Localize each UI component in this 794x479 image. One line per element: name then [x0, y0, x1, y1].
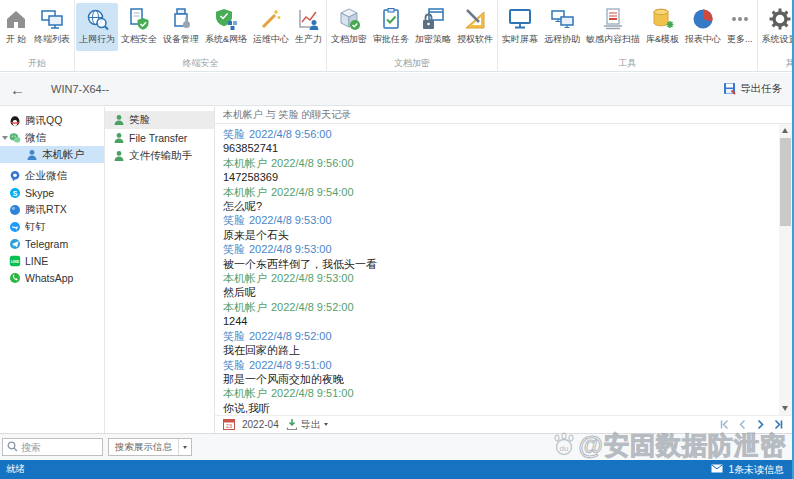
ribbon-button-label: 上网行为 [79, 33, 115, 46]
chat-message: 本机帐户2022/4/8 9:54:00 怎么呢? [223, 185, 772, 214]
ribbon-button-report-center[interactable]: 报表中心 [682, 3, 724, 51]
contact-person-icon [113, 150, 125, 162]
ribbon-button-productivity[interactable]: 生产力 [292, 3, 325, 51]
ribbon-group-terminal-security: 上网行为 文档安全 设备管理 系统&网络 [75, 0, 327, 71]
ribbon-button-label: 文档加密 [331, 33, 367, 46]
ribbon-button-realtime-screen[interactable]: 实时屏幕 [499, 3, 541, 51]
sidebar-item-qq[interactable]: 腾讯QQ [0, 112, 104, 129]
ribbon-button-device-management[interactable]: 设备管理 [160, 3, 202, 51]
line-icon: LINE [9, 255, 21, 267]
scroll-down-icon[interactable] [782, 406, 788, 411]
ribbon-button-doc-security[interactable]: 文档安全 [118, 3, 160, 51]
contact-item-file-assistant[interactable]: 文件传输助手 [105, 147, 214, 165]
sidebar-item-wechat[interactable]: 微信 [0, 129, 104, 146]
message-time: 2022/4/8 9:53:00 [271, 272, 354, 284]
ribbon-button-web-activity[interactable]: 上网行为 [76, 3, 118, 51]
home-icon [4, 5, 28, 32]
sidebar-item-whatsapp[interactable]: WhatsApp [0, 269, 104, 286]
svg-text:23: 23 [226, 423, 232, 429]
ribbon-button-terminal-list[interactable]: 终端列表 [31, 3, 73, 51]
message-sender: 本机帐户 [223, 272, 267, 284]
scrollbar-thumb[interactable] [780, 138, 791, 226]
ribbon-button-start[interactable]: 开 始 [1, 3, 31, 51]
dingtalk-icon [9, 221, 21, 233]
message-text: 1244 [223, 314, 772, 328]
svg-text:S: S [13, 189, 18, 196]
ribbon-button-label: 更多... [727, 33, 753, 46]
ribbon-button-ops-center[interactable]: 运维中心 [250, 3, 292, 51]
contact-item-smiley[interactable]: 笑脸 [105, 111, 214, 129]
ops-center-icon [259, 5, 283, 32]
last-page-icon[interactable] [773, 419, 784, 430]
message-text: 我在回家的路上 [223, 343, 772, 357]
unread-messages-text: 1条未读信息 [728, 463, 784, 477]
ribbon-button-authorized-software[interactable]: 授权软件 [454, 3, 496, 51]
sidebar-item-wecom[interactable]: 企业微信 [0, 167, 104, 184]
sidebar-item-skype[interactable]: S Skype [0, 184, 104, 201]
calendar-icon[interactable]: 23 [223, 416, 235, 434]
ribbon-button-label: 终端列表 [34, 33, 70, 46]
sidebar-item-telegram[interactable]: Telegram [0, 235, 104, 252]
sidebar-item-label: 企业微信 [25, 169, 67, 183]
scroll-up-icon[interactable] [782, 128, 788, 133]
ribbon-button-doc-encrypt[interactable]: 文档加密 [328, 3, 370, 51]
chat-messages: 笑脸2022/4/8 9:56:00 963852741 本机帐户2022/4/… [215, 124, 794, 415]
chat-footer-bar: 23 2022-04 导出 [215, 415, 794, 433]
ribbon-group-start: 开 始 终端列表 开始 [0, 0, 75, 71]
message-text: 那是一个风雨交加的夜晚 [223, 372, 772, 386]
sidebar-item-local-account[interactable]: 本机帐户 [0, 146, 104, 163]
ribbon-button-library-template[interactable]: 库&模板 [643, 3, 682, 51]
sidebar-item-label: 本机帐户 [42, 148, 84, 162]
chat-message: 笑脸2022/4/8 9:52:00 我在回家的路上 [223, 329, 772, 358]
prev-page-icon[interactable] [737, 419, 748, 430]
message-text: 147258369 [223, 170, 772, 184]
chat-message: 本机帐户2022/4/8 9:56:00 147258369 [223, 156, 772, 185]
chat-log-title: 本机帐户 与 笑脸 的聊天记录 [215, 107, 794, 124]
sidebar-item-label: 腾讯RTX [25, 203, 67, 217]
ribbon-button-content-scan[interactable]: 敏感内容扫描 [583, 3, 643, 51]
settings-gear-icon [768, 5, 792, 32]
sidebar-item-rtx[interactable]: 腾讯RTX [0, 201, 104, 218]
dropdown-arrow-button[interactable] [178, 439, 191, 455]
search-box[interactable] [2, 438, 103, 456]
ribbon-button-system-network[interactable]: 系统&网络 [202, 3, 250, 51]
report-center-icon [691, 5, 715, 32]
envelope-icon [711, 464, 723, 475]
message-sender: 笑脸 [223, 359, 245, 371]
unread-messages-indicator[interactable]: 1条未读信息 [711, 463, 784, 477]
message-sender: 本机帐户 [223, 186, 267, 198]
search-filter-dropdown[interactable]: 搜索展示信息 [108, 438, 192, 456]
search-filter-label: 搜索展示信息 [109, 441, 178, 454]
search-input[interactable] [21, 442, 98, 453]
ribbon-button-more[interactable]: 更多... [724, 3, 756, 51]
ribbon-button-remote-assist[interactable]: 远程协助 [541, 3, 583, 51]
ribbon-button-label: 审批任务 [373, 33, 409, 46]
export-tasks-icon [723, 82, 736, 97]
message-sender: 本机帐户 [223, 157, 267, 169]
ribbon-button-encrypt-policy[interactable]: 加密策略 [412, 3, 454, 51]
ribbon-button-settings[interactable]: 系统设置 [759, 3, 794, 51]
sidebar-item-line[interactable]: LINE LINE [0, 252, 104, 269]
export-tasks-button[interactable]: 导出任务 [723, 82, 782, 97]
contact-person-icon [113, 132, 125, 144]
message-sender: 笑脸 [223, 128, 245, 140]
ribbon-button-label: 敏感内容扫描 [586, 33, 640, 46]
month-selector[interactable]: 2022-04 [242, 419, 279, 430]
sidebar-item-label: 微信 [25, 131, 46, 145]
ribbon-button-label: 报表中心 [685, 33, 721, 46]
first-page-icon[interactable] [719, 419, 730, 430]
vertical-scrollbar[interactable] [779, 124, 792, 415]
ribbon-group-doc-encryption: 文档加密 审批任务 加密策略 授权软件 文档加密 [327, 0, 498, 71]
ribbon-group-label: 开始 [1, 56, 73, 71]
system-network-icon [214, 5, 238, 32]
sidebar-item-dingtalk[interactable]: 钉钉 [0, 218, 104, 235]
export-button[interactable]: 导出 [286, 418, 328, 432]
message-sender: 本机帐户 [223, 301, 267, 313]
ribbon-button-approval-task[interactable]: 审批任务 [370, 3, 412, 51]
contact-item-file-transfer[interactable]: File Transfer [105, 129, 214, 147]
back-arrow-icon[interactable]: ← [10, 82, 25, 97]
chevron-down-icon[interactable] [2, 136, 8, 140]
message-time: 2022/4/8 9:53:00 [249, 243, 332, 255]
main-content: 腾讯QQ 微信 本机帐户 企业微信 S Skype 腾讯RTX 钉钉 [0, 107, 794, 433]
next-page-icon[interactable] [755, 419, 766, 430]
